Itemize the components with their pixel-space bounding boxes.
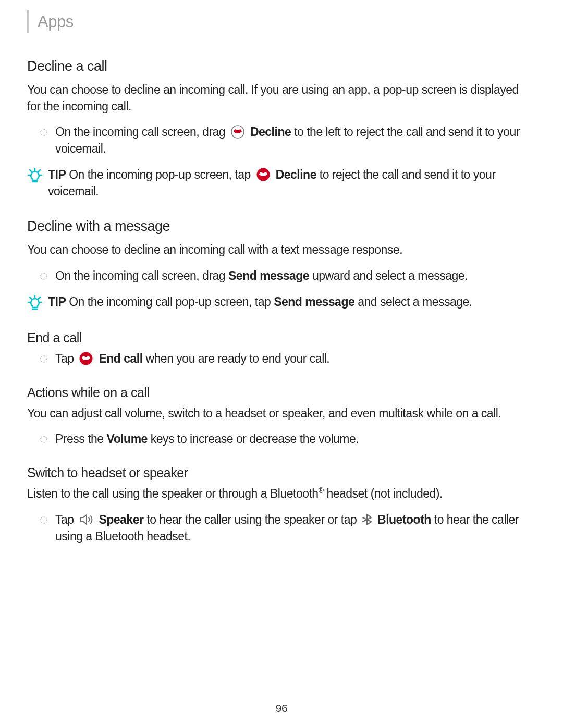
bullet-ring-icon (40, 435, 48, 443)
header-title: Apps (38, 13, 74, 31)
end-bullet: Tap End call when you are ready to end y… (40, 351, 534, 367)
subsection-title-end: End a call (27, 330, 534, 346)
text: On the incoming call pop-up screen, tap (69, 295, 274, 309)
bullet-ring-icon (40, 128, 48, 137)
tip-bulb-icon (27, 295, 43, 313)
tip-bulb-icon (27, 168, 43, 186)
bluetooth-bold: Bluetooth (377, 513, 431, 526)
tip-label: TIP (48, 295, 66, 309)
text: headset (not included). (324, 487, 443, 500)
text: Press the (55, 432, 107, 446)
end-bullet-content: Tap End call when you are ready to end y… (55, 351, 329, 367)
document-page: Apps Decline a call You can choose to de… (0, 0, 563, 728)
decline-intro: You can choose to decline an incoming ca… (27, 82, 534, 115)
send-message-bold: Send message (228, 269, 309, 282)
subsection-title-switch: Switch to headset or speaker (27, 465, 534, 480)
bullet-ring-icon (40, 272, 48, 280)
decline-tip-bold: Decline (276, 168, 316, 181)
section-title-decline: Decline a call (27, 58, 534, 75)
decline-msg-tip-content: TIP On the incoming call pop-up screen, … (48, 294, 472, 311)
decline-msg-intro: You can choose to decline an incoming ca… (27, 242, 534, 258)
decline-bullet: On the incoming call screen, drag Declin… (40, 124, 534, 157)
text: and select a message. (358, 295, 472, 309)
actions-bullet-content: Press the Volume keys to increase or dec… (55, 431, 359, 448)
decline-tip: TIP On the incoming pop-up screen, tap D… (27, 167, 534, 200)
actions-intro: You can adjust call volume, switch to a … (27, 405, 534, 422)
text: when you are ready to end your call. (145, 352, 329, 365)
text: On the incoming call screen, drag (55, 269, 228, 282)
switch-bullet-content: Tap Speaker to hear the caller using the… (55, 512, 534, 545)
decline-msg-bullet-content: On the incoming call screen, drag Send m… (55, 268, 468, 285)
send-message-tip-bold: Send message (274, 295, 354, 309)
decline-tip-content: TIP On the incoming pop-up screen, tap D… (48, 167, 534, 200)
speaker-bold: Speaker (99, 513, 143, 526)
decline-msg-bullet: On the incoming call screen, drag Send m… (40, 268, 534, 285)
text: upward and select a message. (312, 269, 468, 282)
bluetooth-icon (362, 512, 372, 527)
text: Tap (55, 513, 77, 526)
speaker-icon (79, 512, 93, 527)
registered-mark: ® (319, 486, 324, 495)
actions-bullet: Press the Volume keys to increase or dec… (40, 431, 534, 448)
bullet-ring-icon (40, 516, 48, 524)
decline-msg-tip: TIP On the incoming call pop-up screen, … (27, 294, 534, 313)
tip-label: TIP (48, 168, 66, 181)
section-title-decline-msg: Decline with a message (27, 218, 534, 235)
switch-intro: Listen to the call using the speaker or … (27, 486, 534, 502)
volume-bold: Volume (107, 432, 148, 446)
decline-bullet-content: On the incoming call screen, drag Declin… (55, 124, 534, 157)
switch-bullet: Tap Speaker to hear the caller using the… (40, 512, 534, 545)
text: On the incoming call screen, drag (55, 125, 228, 139)
text: keys to increase or decrease the volume. (151, 432, 359, 446)
end-call-icon (79, 351, 93, 366)
subsection-title-actions: Actions while on a call (27, 385, 534, 400)
text: to hear the caller using the speaker or … (146, 513, 360, 526)
text: Tap (55, 352, 77, 365)
decline-call-outline-icon (230, 125, 245, 139)
page-header: Apps (27, 10, 534, 33)
bullet-ring-icon (40, 355, 48, 363)
decline-call-filled-icon (256, 167, 271, 182)
header-accent-bar (27, 10, 29, 33)
end-call-bold: End call (99, 352, 142, 365)
text: Listen to the call using the speaker or … (27, 487, 319, 500)
page-number: 96 (0, 702, 563, 714)
text: On the incoming pop-up screen, tap (69, 168, 254, 181)
decline-bold: Decline (250, 125, 291, 139)
